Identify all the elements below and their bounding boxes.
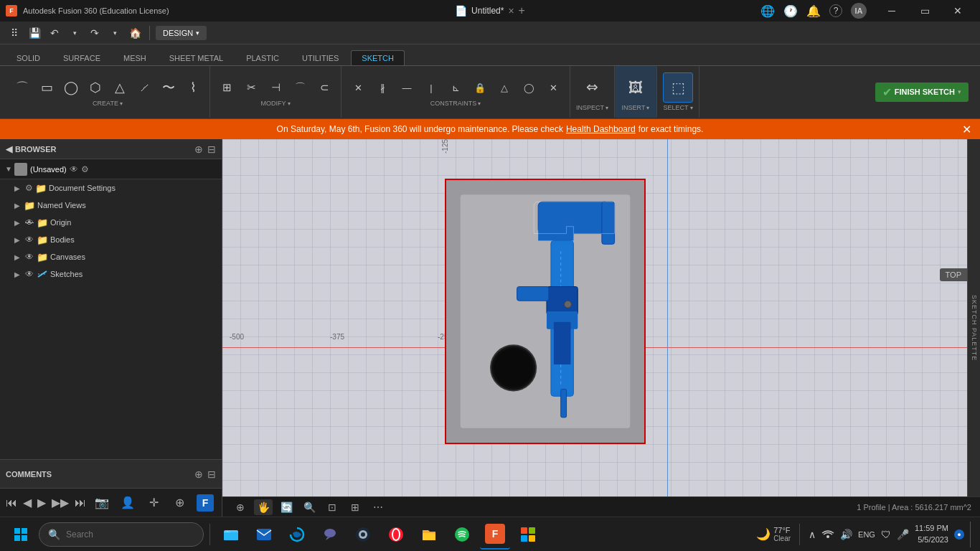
root-eye-icon[interactable]: 👁 (70, 164, 78, 174)
vertical-tool[interactable]: | (420, 77, 442, 98)
search-input[interactable] (66, 529, 181, 540)
weather-widget[interactable]: 🌙 77°F Clear (756, 526, 791, 542)
grid-icon[interactable]: ⠿ (6, 24, 23, 42)
select-label[interactable]: SELECT ▾ (664, 104, 693, 111)
select-tool[interactable]: ⬚ (663, 72, 693, 103)
anim-go-start-btn[interactable]: ⏮ (6, 496, 17, 509)
language-icon[interactable]: ENG (858, 530, 875, 539)
undo-dropdown-btn[interactable]: ▾ (66, 24, 83, 42)
tab-sheet-metal[interactable]: SHEET METAL (159, 50, 234, 65)
globe-icon[interactable]: 🌐 (760, 4, 775, 18)
bodies-eye[interactable]: 👁 (23, 235, 36, 245)
restore-btn[interactable]: ▭ (908, 0, 941, 22)
new-tab-btn[interactable]: + (519, 4, 525, 17)
home-btn[interactable]: 🏠 (126, 24, 143, 42)
taskbar-files[interactable] (414, 519, 444, 550)
rectangle-tool[interactable]: ▭ (36, 77, 57, 98)
close-tab-btn[interactable]: × (508, 5, 514, 17)
undo-btn[interactable]: ↶ (46, 24, 63, 42)
notification-dot[interactable]: ● (954, 529, 964, 540)
tree-item-origin[interactable]: ▶ 👁 📁 Origin (0, 214, 222, 231)
anim-play-btn[interactable]: ▶ (37, 496, 46, 509)
anim-avatar-icon[interactable]: 👤 (118, 493, 138, 513)
offset-tool[interactable]: ⊂ (314, 77, 335, 98)
triangle-tool[interactable]: △ (109, 77, 131, 98)
collinear-tool[interactable]: ∦ (372, 77, 393, 98)
start-button[interactable] (6, 519, 36, 550)
wave-tool[interactable]: ⌇ (182, 77, 204, 98)
chevron-up-icon[interactable]: ∧ (809, 529, 816, 540)
finish-sketch-btn[interactable]: ✔ FINISH SKETCH ▾ (875, 83, 969, 102)
tab-utilities[interactable]: UTILITIES (291, 50, 349, 65)
clock-icon[interactable]: 🕐 (783, 4, 798, 18)
tab-mesh[interactable]: MESH (113, 50, 157, 65)
browser-panel-icon[interactable]: ⊟ (207, 143, 216, 155)
taskbar-msstore[interactable] (513, 519, 543, 550)
fit-view-tool[interactable]: ⊡ (323, 499, 341, 515)
mic-icon[interactable]: 🎤 (897, 529, 909, 540)
insert-tool[interactable]: 🖼 (621, 72, 651, 103)
zoom-tool[interactable]: 🔍 (300, 499, 319, 515)
inspect-label[interactable]: INSPECT ▾ (576, 104, 608, 111)
tangent-tool[interactable]: △ (494, 77, 515, 98)
taskbar-opera[interactable] (381, 519, 411, 550)
insert-label[interactable]: INSERT ▾ (622, 104, 650, 111)
tree-item-sketches[interactable]: ▶ 👁 Sketches (0, 265, 222, 283)
close-btn[interactable]: ✕ (941, 0, 974, 22)
origin-eye[interactable]: 👁 (23, 217, 36, 227)
taskbar-search[interactable]: 🔍 (39, 522, 204, 547)
horizontal-tool[interactable]: — (396, 77, 418, 98)
taskbar-spotify[interactable] (447, 519, 477, 550)
redo-dropdown-btn[interactable]: ▾ (106, 24, 123, 42)
security-icon[interactable]: 🛡 (881, 529, 891, 540)
symmetry-tool[interactable]: ✕ (542, 77, 564, 98)
comments-panel-icon[interactable]: ⊟ (207, 468, 216, 480)
taskbar-steam[interactable] (348, 519, 378, 550)
anim-camera-icon[interactable]: 📷 (92, 493, 112, 513)
tree-root-item[interactable]: ▼ (Unsaved) 👁 ⚙ (0, 159, 222, 179)
collapse-icon[interactable]: ◀ (6, 144, 12, 154)
show-desktop-btn[interactable] (970, 522, 974, 547)
design-dropdown-btn[interactable]: DESIGN ▾ (156, 26, 207, 40)
anim-prev-btn[interactable]: ◀ (23, 496, 32, 509)
notif-close-btn[interactable]: ✕ (962, 123, 971, 136)
notif-link[interactable]: Health Dashboard (566, 124, 636, 134)
taskbar-fusion[interactable]: F (480, 519, 510, 550)
fillet-tool[interactable]: ⌒ (289, 77, 311, 98)
project-tool[interactable]: ⊞ (216, 77, 237, 98)
taskbar-mail[interactable] (249, 519, 279, 550)
grid-snap-tool[interactable]: ⋯ (369, 499, 387, 515)
tab-solid[interactable]: SOLID (6, 50, 51, 65)
system-clock[interactable]: 11:59 PM 5/5/2023 (915, 523, 948, 545)
tree-item-bodies[interactable]: ▶ 👁 📁 Bodies (0, 231, 222, 248)
tab-plastic[interactable]: PLASTIC (235, 50, 290, 65)
tree-item-doc-settings[interactable]: ▶ ⚙ 📁 Document Settings (0, 179, 222, 197)
pan-tool active[interactable]: 🖐 (254, 499, 273, 515)
spline-tool[interactable]: 〜 (158, 77, 179, 98)
grid-tool[interactable]: ⊞ (346, 499, 364, 515)
redo-btn[interactable]: ↷ (86, 24, 103, 42)
anim-next-btn[interactable]: ▶▶ (52, 496, 69, 509)
speaker-icon[interactable]: 🔊 (840, 529, 852, 540)
viewport[interactable]: -500 -375 -250 -125 -125 (222, 139, 980, 517)
tree-item-canvases[interactable]: ▶ 👁 📁 Canvases (0, 248, 222, 265)
parallel-tool[interactable]: 🔒 (469, 77, 491, 98)
taskbar-edge[interactable] (282, 519, 312, 550)
browser-add-icon[interactable]: ⊕ (194, 143, 203, 155)
constraints-label[interactable]: CONSTRAINTS ▾ (430, 100, 481, 107)
user-badge[interactable]: IA (851, 3, 867, 19)
save-btn[interactable]: 💾 (26, 24, 43, 42)
anim-go-end-btn[interactable]: ⏭ (75, 496, 86, 509)
sketches-eye[interactable]: 👁 (23, 269, 36, 279)
taskbar-explorer[interactable] (216, 519, 246, 550)
tab-sketch[interactable]: SKETCH (351, 50, 405, 65)
line-tool[interactable]: ⟋ (133, 77, 155, 98)
create-label[interactable]: CREATE ▾ (93, 100, 123, 107)
perpendicular-tool[interactable]: ⊾ (445, 77, 466, 98)
coincident-tool[interactable]: ✕ (347, 77, 369, 98)
sketch-palette-panel[interactable]: SKETCH PALETTE (967, 139, 980, 517)
arc-tool[interactable]: ⌒ (11, 77, 33, 98)
bell-icon[interactable]: 🔔 (806, 4, 821, 18)
network-icon[interactable] (821, 528, 834, 541)
minimize-btn[interactable]: ─ (875, 0, 908, 22)
